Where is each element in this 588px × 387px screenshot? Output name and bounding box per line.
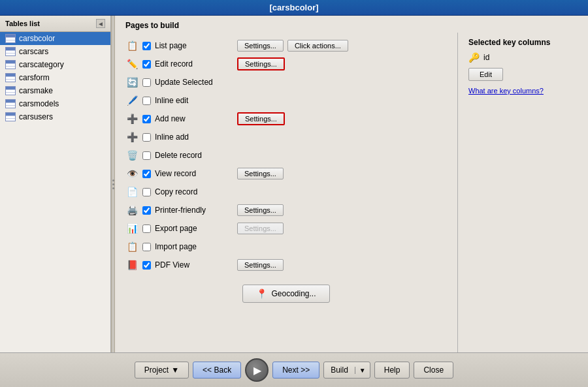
page-row-delete-record: 🗑️Delete record: [125, 146, 447, 164]
page-label-import-page: Import page: [155, 242, 233, 251]
settings-button-export-page[interactable]: Settings...: [237, 223, 284, 234]
content-area: 📋List pageSettings...Click actions...✏️E…: [115, 33, 588, 352]
settings-button-edit-record[interactable]: Settings...: [237, 57, 285, 70]
page-row-add-new: ➕Add newSettings...: [125, 110, 447, 128]
table-icon-carsmake: [5, 86, 16, 95]
page-label-inline-edit: Inline edit: [155, 96, 233, 105]
page-icon-inline-add: ➕: [125, 131, 139, 144]
page-label-list-page: List page: [155, 41, 233, 50]
what-are-key-columns-link[interactable]: What are key columns?: [468, 87, 544, 95]
table-icon-carscategory: [5, 60, 16, 69]
key-item: 🔑 id: [468, 52, 578, 63]
page-label-delete-record: Delete record: [155, 151, 233, 160]
run-icon: ▶: [253, 364, 261, 377]
sidebar-item-carscategory[interactable]: carscategory: [0, 58, 110, 71]
back-button[interactable]: << Back: [193, 362, 241, 379]
help-button[interactable]: Help: [374, 362, 410, 379]
resize-dots: [112, 179, 114, 189]
sidebar-item-label-carsform: carsform: [19, 73, 50, 82]
key-columns-panel: Selected key columns 🔑 id Edit What are …: [457, 33, 588, 352]
sidebar-item-label-carsusers: carsusers: [19, 112, 53, 121]
page-label-add-new: Add new: [155, 114, 233, 123]
page-checkbox-copy-record[interactable]: [142, 188, 151, 196]
page-label-printer-friendly: Printer-friendly: [155, 206, 233, 215]
page-row-import-page: 📋Import page: [125, 238, 447, 256]
page-icon-list-page: 📋: [125, 39, 139, 52]
build-button[interactable]: Build ▼: [323, 362, 370, 379]
page-checkbox-view-record[interactable]: [142, 170, 151, 178]
sidebar-item-carsmake[interactable]: carsmake: [0, 84, 110, 97]
page-icon-import-page: 📋: [125, 240, 139, 253]
settings-button-view-record[interactable]: Settings...: [237, 168, 284, 179]
settings-button-add-new[interactable]: Settings...: [237, 112, 285, 125]
page-checkbox-add-new[interactable]: [142, 115, 151, 123]
page-row-view-record: 👁️View recordSettings...: [125, 164, 447, 183]
page-checkbox-inline-edit[interactable]: [142, 97, 151, 105]
settings-button-pdf-view[interactable]: Settings...: [237, 259, 284, 271]
edit-key-button[interactable]: Edit: [468, 68, 503, 81]
key-icon: 🔑: [468, 52, 480, 63]
page-checkbox-pdf-view[interactable]: [142, 261, 151, 270]
geocoding-button[interactable]: 📍 Geocoding...: [242, 285, 329, 303]
build-label: Build: [324, 365, 355, 375]
page-checkbox-export-page[interactable]: [142, 224, 151, 233]
table-icon-carsmodels: [5, 99, 16, 108]
sidebar-item-carsmodels[interactable]: carsmodels: [0, 97, 110, 110]
pages-list: 📋List pageSettings...Click actions...✏️E…: [125, 37, 447, 274]
geocoding-icon: 📍: [256, 288, 267, 299]
panel-collapse-button[interactable]: ◄: [96, 19, 105, 28]
page-label-update-selected: Update Selected: [155, 78, 233, 87]
click-actions-button-list-page[interactable]: Click actions...: [287, 40, 348, 52]
page-row-copy-record: 📄Copy record: [125, 183, 447, 201]
sidebar-item-carscars[interactable]: carscars: [0, 45, 110, 58]
page-checkbox-edit-record[interactable]: [142, 60, 151, 69]
window-title: [carsbcolor]: [269, 3, 318, 12]
next-button[interactable]: Next >>: [272, 362, 319, 379]
pages-header: Pages to build: [115, 16, 588, 33]
page-label-copy-record: Copy record: [155, 187, 233, 196]
page-checkbox-printer-friendly[interactable]: [142, 206, 151, 215]
settings-button-printer-friendly[interactable]: Settings...: [237, 204, 284, 216]
sidebar-item-carsbcolor[interactable]: carsbcolor: [0, 32, 110, 45]
table-icon-carsform: [5, 73, 16, 82]
page-label-edit-record: Edit record: [155, 59, 233, 69]
page-label-inline-add: Inline add: [155, 132, 233, 142]
project-button[interactable]: Project ▼: [135, 362, 189, 379]
geocoding-label: Geocoding...: [271, 289, 316, 298]
page-checkbox-list-page[interactable]: [142, 42, 151, 50]
page-icon-add-new: ➕: [125, 112, 139, 125]
close-button[interactable]: Close: [414, 362, 453, 379]
page-row-pdf-view: 📕PDF ViewSettings...: [125, 256, 447, 274]
page-label-pdf-view: PDF View: [155, 260, 233, 270]
page-icon-copy-record: 📄: [125, 185, 139, 198]
build-arrow-icon[interactable]: ▼: [355, 367, 370, 374]
key-field-label: id: [483, 53, 489, 62]
key-columns-header: Selected key columns: [468, 38, 578, 47]
page-row-printer-friendly: 🖨️Printer-friendlySettings...: [125, 201, 447, 219]
tables-list: carsbcolorcarscarscarscategorycarsformca…: [0, 32, 110, 352]
page-icon-view-record: 👁️: [125, 167, 139, 180]
sidebar-item-label-carscars: carscars: [19, 47, 48, 56]
settings-button-list-page[interactable]: Settings...: [237, 40, 284, 52]
sidebar-item-carsform[interactable]: carsform: [0, 71, 110, 84]
sidebar-item-label-carsmodels: carsmodels: [19, 99, 59, 108]
page-checkbox-import-page[interactable]: [142, 243, 151, 251]
table-icon-carsbcolor: [5, 34, 16, 43]
page-checkbox-delete-record[interactable]: [142, 151, 151, 160]
page-checkbox-update-selected[interactable]: [142, 78, 151, 87]
page-row-update-selected: 🔄Update Selected: [125, 73, 447, 91]
project-label: Project: [144, 365, 169, 375]
sidebar-item-carsusers[interactable]: carsusers: [0, 110, 110, 123]
page-icon-inline-edit: 🖊️: [125, 94, 139, 107]
bottom-toolbar: Project ▼ << Back ▶ Next >> Build ▼ Help…: [0, 352, 588, 387]
sidebar-item-label-carscategory: carscategory: [19, 60, 64, 69]
page-row-edit-record: ✏️Edit recordSettings...: [125, 55, 447, 73]
page-label-export-page: Export page: [155, 224, 233, 233]
page-checkbox-inline-add[interactable]: [142, 133, 151, 142]
page-icon-update-selected: 🔄: [125, 76, 139, 89]
left-panel: Tables list ◄ carsbcolorcarscarscarscate…: [0, 16, 111, 352]
run-button[interactable]: ▶: [245, 358, 269, 382]
geocoding-row: 📍 Geocoding...: [125, 274, 447, 308]
sidebar-item-label-carsmake: carsmake: [19, 86, 53, 95]
page-icon-pdf-view: 📕: [125, 258, 139, 271]
